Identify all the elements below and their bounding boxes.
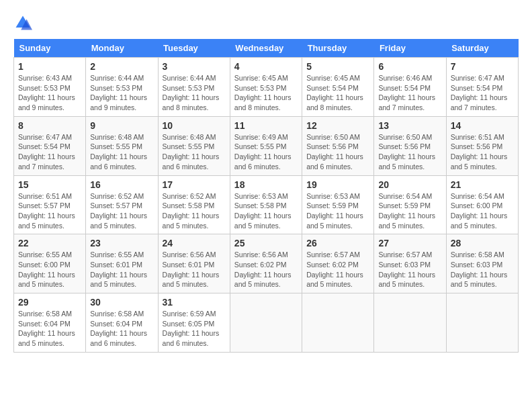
day-info: Sunrise: 6:44 AMSunset: 5:53 PMDaylight:… <box>90 73 153 113</box>
day-cell-16: 16Sunrise: 6:52 AMSunset: 5:57 PMDayligh… <box>86 175 158 234</box>
day-info: Sunrise: 6:55 AMSunset: 6:01 PMDaylight:… <box>90 250 153 289</box>
header-cell-wednesday: Wednesday <box>230 39 302 58</box>
day-number: 2 <box>90 61 153 72</box>
day-info: Sunrise: 6:47 AMSunset: 5:54 PMDaylight:… <box>18 132 81 172</box>
day-number: 7 <box>451 61 514 72</box>
day-info: Sunrise: 6:43 AMSunset: 5:53 PMDaylight:… <box>18 73 81 113</box>
day-cell-13: 13Sunrise: 6:50 AMSunset: 5:56 PMDayligh… <box>374 116 446 175</box>
day-info: Sunrise: 6:50 AMSunset: 5:56 PMDaylight:… <box>306 132 369 172</box>
calendar-week-4: 22Sunrise: 6:55 AMSunset: 6:00 PMDayligh… <box>14 234 519 293</box>
day-number: 29 <box>18 297 81 308</box>
calendar-week-3: 15Sunrise: 6:51 AMSunset: 5:57 PMDayligh… <box>14 175 519 234</box>
day-number: 4 <box>234 61 298 72</box>
day-cell-1: 1Sunrise: 6:43 AMSunset: 5:53 PMDaylight… <box>14 58 86 117</box>
day-number: 12 <box>306 120 369 131</box>
day-info: Sunrise: 6:57 AMSunset: 6:02 PMDaylight:… <box>306 250 369 289</box>
day-number: 14 <box>451 120 514 131</box>
header-cell-tuesday: Tuesday <box>158 39 230 58</box>
day-info: Sunrise: 6:44 AMSunset: 5:53 PMDaylight:… <box>163 73 226 113</box>
day-info: Sunrise: 6:45 AMSunset: 5:54 PMDaylight:… <box>306 73 369 113</box>
day-cell-22: 22Sunrise: 6:55 AMSunset: 6:00 PMDayligh… <box>14 234 86 293</box>
day-cell-29: 29Sunrise: 6:58 AMSunset: 6:04 PMDayligh… <box>14 293 86 353</box>
day-cell-14: 14Sunrise: 6:51 AMSunset: 5:56 PMDayligh… <box>446 116 518 175</box>
day-cell-28: 28Sunrise: 6:58 AMSunset: 6:03 PMDayligh… <box>446 234 518 293</box>
logo <box>13 13 34 32</box>
header-cell-thursday: Thursday <box>302 39 374 58</box>
logo-icon <box>13 13 32 32</box>
empty-cell <box>374 293 446 353</box>
day-number: 15 <box>18 179 81 190</box>
day-cell-31: 31Sunrise: 6:59 AMSunset: 6:05 PMDayligh… <box>158 293 230 353</box>
day-cell-8: 8Sunrise: 6:47 AMSunset: 5:54 PMDaylight… <box>14 116 86 175</box>
day-cell-25: 25Sunrise: 6:56 AMSunset: 6:02 PMDayligh… <box>230 234 302 293</box>
day-number: 23 <box>90 238 153 248</box>
day-info: Sunrise: 6:46 AMSunset: 5:54 PMDaylight:… <box>378 73 441 113</box>
day-cell-20: 20Sunrise: 6:54 AMSunset: 5:59 PMDayligh… <box>374 175 446 234</box>
header-row: SundayMondayTuesdayWednesdayThursdayFrid… <box>14 39 519 58</box>
page-container: SundayMondayTuesdayWednesdayThursdayFrid… <box>13 13 519 353</box>
day-cell-4: 4Sunrise: 6:45 AMSunset: 5:53 PMDaylight… <box>230 58 302 117</box>
empty-cell <box>230 293 302 353</box>
day-number: 6 <box>378 61 441 72</box>
day-number: 1 <box>18 61 81 72</box>
day-info: Sunrise: 6:58 AMSunset: 6:04 PMDaylight:… <box>90 309 153 349</box>
day-number: 27 <box>378 238 441 248</box>
day-info: Sunrise: 6:54 AMSunset: 5:59 PMDaylight:… <box>378 191 441 231</box>
day-cell-6: 6Sunrise: 6:46 AMSunset: 5:54 PMDaylight… <box>374 58 446 117</box>
header-cell-saturday: Saturday <box>446 39 518 58</box>
day-cell-23: 23Sunrise: 6:55 AMSunset: 6:01 PMDayligh… <box>86 234 158 293</box>
day-number: 25 <box>234 238 298 248</box>
header-cell-sunday: Sunday <box>14 39 86 58</box>
day-number: 17 <box>163 179 226 190</box>
day-number: 11 <box>234 120 298 131</box>
day-info: Sunrise: 6:58 AMSunset: 6:04 PMDaylight:… <box>18 309 81 349</box>
day-cell-9: 9Sunrise: 6:48 AMSunset: 5:55 PMDaylight… <box>86 116 158 175</box>
day-info: Sunrise: 6:47 AMSunset: 5:54 PMDaylight:… <box>451 73 514 113</box>
calendar-table: SundayMondayTuesdayWednesdayThursdayFrid… <box>13 39 519 353</box>
day-info: Sunrise: 6:52 AMSunset: 5:57 PMDaylight:… <box>90 191 153 231</box>
day-number: 31 <box>163 297 226 308</box>
day-cell-3: 3Sunrise: 6:44 AMSunset: 5:53 PMDaylight… <box>158 58 230 117</box>
day-info: Sunrise: 6:57 AMSunset: 6:03 PMDaylight:… <box>378 250 441 289</box>
day-cell-27: 27Sunrise: 6:57 AMSunset: 6:03 PMDayligh… <box>374 234 446 293</box>
day-info: Sunrise: 6:52 AMSunset: 5:58 PMDaylight:… <box>163 191 226 231</box>
day-number: 13 <box>378 120 441 131</box>
day-info: Sunrise: 6:48 AMSunset: 5:55 PMDaylight:… <box>90 132 153 172</box>
day-info: Sunrise: 6:48 AMSunset: 5:55 PMDaylight:… <box>163 132 226 172</box>
calendar-week-5: 29Sunrise: 6:58 AMSunset: 6:04 PMDayligh… <box>14 293 519 353</box>
day-cell-26: 26Sunrise: 6:57 AMSunset: 6:02 PMDayligh… <box>302 234 374 293</box>
empty-cell <box>446 293 518 353</box>
day-number: 21 <box>451 179 514 190</box>
calendar-week-1: 1Sunrise: 6:43 AMSunset: 5:53 PMDaylight… <box>14 58 519 117</box>
day-info: Sunrise: 6:45 AMSunset: 5:53 PMDaylight:… <box>234 73 298 113</box>
day-number: 26 <box>306 238 369 248</box>
day-cell-19: 19Sunrise: 6:53 AMSunset: 5:59 PMDayligh… <box>302 175 374 234</box>
day-number: 3 <box>163 61 226 72</box>
day-number: 10 <box>163 120 226 131</box>
day-info: Sunrise: 6:55 AMSunset: 6:00 PMDaylight:… <box>18 250 81 289</box>
day-cell-24: 24Sunrise: 6:56 AMSunset: 6:01 PMDayligh… <box>158 234 230 293</box>
day-cell-15: 15Sunrise: 6:51 AMSunset: 5:57 PMDayligh… <box>14 175 86 234</box>
day-cell-30: 30Sunrise: 6:58 AMSunset: 6:04 PMDayligh… <box>86 293 158 353</box>
empty-cell <box>302 293 374 353</box>
day-info: Sunrise: 6:51 AMSunset: 5:56 PMDaylight:… <box>451 132 514 172</box>
day-info: Sunrise: 6:59 AMSunset: 6:05 PMDaylight:… <box>163 309 226 349</box>
day-number: 16 <box>90 179 153 190</box>
day-cell-18: 18Sunrise: 6:53 AMSunset: 5:58 PMDayligh… <box>230 175 302 234</box>
day-cell-17: 17Sunrise: 6:52 AMSunset: 5:58 PMDayligh… <box>158 175 230 234</box>
header-cell-friday: Friday <box>374 39 446 58</box>
day-info: Sunrise: 6:58 AMSunset: 6:03 PMDaylight:… <box>451 250 514 289</box>
day-cell-5: 5Sunrise: 6:45 AMSunset: 5:54 PMDaylight… <box>302 58 374 117</box>
day-info: Sunrise: 6:51 AMSunset: 5:57 PMDaylight:… <box>18 191 81 231</box>
day-cell-2: 2Sunrise: 6:44 AMSunset: 5:53 PMDaylight… <box>86 58 158 117</box>
day-cell-21: 21Sunrise: 6:54 AMSunset: 6:00 PMDayligh… <box>446 175 518 234</box>
day-info: Sunrise: 6:49 AMSunset: 5:55 PMDaylight:… <box>234 132 298 172</box>
calendar-week-2: 8Sunrise: 6:47 AMSunset: 5:54 PMDaylight… <box>14 116 519 175</box>
day-number: 18 <box>234 179 298 190</box>
day-number: 19 <box>306 179 369 190</box>
day-info: Sunrise: 6:53 AMSunset: 5:59 PMDaylight:… <box>306 191 369 231</box>
day-cell-7: 7Sunrise: 6:47 AMSunset: 5:54 PMDaylight… <box>446 58 518 117</box>
day-number: 8 <box>18 120 81 131</box>
day-info: Sunrise: 6:56 AMSunset: 6:01 PMDaylight:… <box>163 250 226 289</box>
day-number: 22 <box>18 238 81 248</box>
